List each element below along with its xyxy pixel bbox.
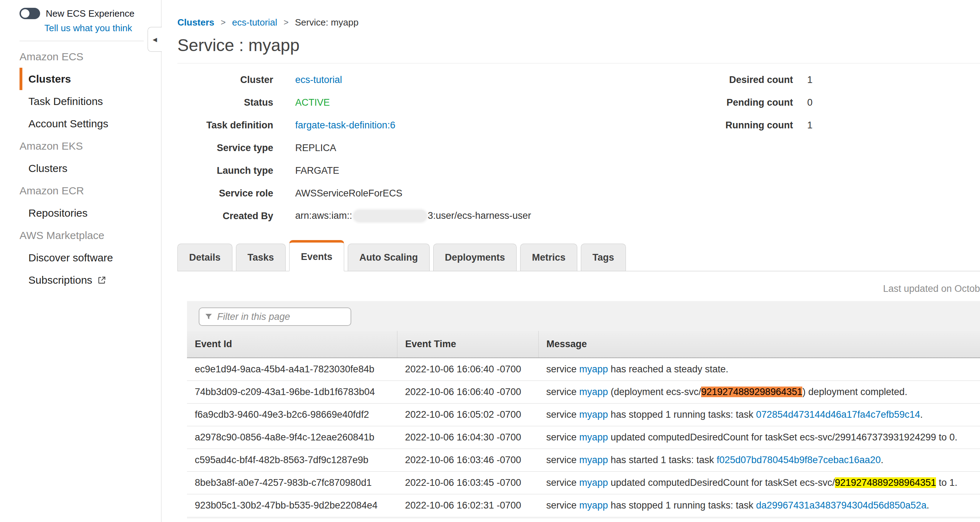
event-id-cell: f6a9cdb3-9460-49e3-b2c6-98669e40fdf2 (187, 403, 398, 426)
field-label: Launch type (177, 165, 273, 176)
new-ecs-experience-row: New ECS Experience (19, 7, 161, 20)
field-label: Task definition (177, 120, 273, 131)
message-link[interactable]: 072854d473144d46a17fa4c7efb59c14 (756, 409, 920, 420)
table-row: a2978c90-0856-4a8e-9f4c-12eae260841b2022… (187, 426, 980, 449)
tabs: DetailsTasksEventsAuto ScalingDeployment… (177, 240, 980, 271)
sidebar-item-label: Clusters (29, 73, 71, 85)
tab-metrics[interactable]: Metrics (520, 244, 577, 271)
field-value-service-role: AWSServiceRoleForECS (295, 188, 402, 199)
field-label: Status (177, 97, 273, 108)
event-id-cell: 8beb3a8f-a0e7-4257-983b-c7fc870980d1 (187, 472, 398, 494)
message-link[interactable]: myapp (579, 477, 608, 488)
count-label: Desired count (697, 75, 793, 86)
ecs-console-screen: New ECS Experience Tell us what you thin… (0, 0, 980, 522)
breadcrumb-separator: > (221, 17, 226, 28)
tab-tasks[interactable]: Tasks (236, 244, 286, 271)
event-id-cell: ec9e1d94-9aca-45b4-a4a1-7823030fe84b (187, 358, 398, 381)
field-value-task-definition[interactable]: fargate-task-definition:6 (295, 120, 395, 131)
event-time-cell: 2022-10-06 16:04:30 -0700 (398, 426, 539, 449)
sidebar-item-subscriptions[interactable]: Subscriptions (19, 269, 161, 291)
event-message-cell: service myapp has stopped 1 running task… (539, 403, 980, 426)
service-fields: Clusterecs-tutorialStatusACTIVETask defi… (177, 68, 980, 227)
sidebar-section-amazon-ecs: Amazon ECS (19, 45, 161, 68)
main-content: Clusters>ecs-tutorial>Service: myapp Ser… (162, 0, 980, 522)
message-link[interactable]: myapp (579, 500, 608, 511)
highlighted-deployment-id: 9219274889298964351 (701, 387, 802, 397)
sidebar-collapse-button[interactable]: ◀ (148, 27, 162, 52)
sidebar-section-aws-marketplace: AWS Marketplace (19, 224, 161, 246)
tab-auto-scaling[interactable]: Auto Scaling (348, 244, 430, 271)
event-message-cell: service myapp has reached a steady state… (539, 358, 980, 381)
service-summary: Clusterecs-tutorialStatusACTIVETask defi… (177, 63, 980, 227)
table-row: 8beb3a8f-a0e7-4257-983b-c7fc870980d12022… (187, 472, 980, 494)
new-ecs-experience-toggle[interactable] (19, 8, 40, 19)
count-row-pending-count: Pending count0 (697, 91, 813, 114)
count-value: 1 (807, 120, 813, 131)
sidebar-item-label: Clusters (29, 162, 67, 175)
sidebar-nav: Amazon ECSClustersTask DefinitionsAccoun… (19, 41, 161, 291)
event-time-cell: 2022-10-06 16:06:40 -0700 (398, 358, 539, 381)
sidebar-item-account-settings[interactable]: Account Settings (19, 113, 161, 135)
sidebar: New ECS Experience Tell us what you thin… (0, 0, 161, 522)
count-label: Pending count (697, 97, 793, 108)
table-row: 923b05c1-30b2-47bb-b535-9d2be22084e42022… (187, 494, 980, 517)
field-value-created-by: arn:aws:iam::3:user/ecs-harness-user (295, 210, 531, 222)
event-time-cell: 2022-10-06 16:05:02 -0700 (398, 403, 539, 426)
sidebar-item-repositories[interactable]: Repositories (19, 202, 161, 224)
event-time-cell: 2022-10-06 16:03:45 -0700 (398, 472, 539, 494)
column-header-message: Message (539, 331, 980, 358)
field-row-created-by: Created Byarn:aws:iam::3:user/ecs-harnes… (177, 205, 980, 227)
event-time-cell: 2022-10-06 16:02:31 -0700 (398, 494, 539, 517)
sidebar-section-amazon-ecr: Amazon ECR (19, 179, 161, 202)
new-ecs-experience-label: New ECS Experience (46, 8, 134, 19)
sidebar-item-label: Subscriptions (29, 274, 92, 286)
sidebar-item-clusters[interactable]: Clusters (19, 157, 161, 179)
field-value-service-type: REPLICA (295, 143, 336, 154)
filter-funnel-icon (204, 313, 213, 321)
feedback-link[interactable]: Tell us what you think (45, 23, 161, 34)
events-panel: Event IdEvent TimeMessage ec9e1d94-9aca-… (187, 301, 980, 519)
event-id-cell: c595ad4c-bf4f-482b-8563-7df9c1287e9b (187, 449, 398, 472)
event-id-cell: 74bb3d09-c209-43a1-96be-1db1f6783b04 (187, 381, 398, 403)
message-link[interactable]: myapp (579, 364, 608, 374)
event-message-cell: service myapp updated computedDesiredCou… (539, 426, 980, 449)
sidebar-section-amazon-eks: Amazon EKS (19, 135, 161, 157)
field-row-cluster: Clusterecs-tutorial (177, 68, 980, 91)
tab-tags[interactable]: Tags (581, 244, 626, 271)
table-row: f6a9cdb3-9460-49e3-b2c6-98669e40fdf22022… (187, 403, 980, 426)
sidebar-item-clusters[interactable]: Clusters (19, 68, 161, 90)
event-time-cell: 2022-10-06 16:06:40 -0700 (398, 381, 539, 403)
field-row-task-definition: Task definitionfargate-task-definition:6 (177, 114, 980, 136)
tab-deployments[interactable]: Deployments (433, 244, 517, 271)
column-header-event-time: Event Time (398, 331, 539, 358)
tab-details[interactable]: Details (177, 244, 232, 271)
sidebar-item-label: Account Settings (29, 118, 108, 130)
event-time-cell: 2022-10-06 16:03:46 -0700 (398, 449, 539, 472)
filter-box (199, 308, 351, 326)
field-label: Created By (177, 211, 273, 222)
event-message-cell: service myapp updated computedDesiredCou… (539, 472, 980, 494)
collapse-arrow-icon: ◀ (153, 36, 157, 43)
tab-events[interactable]: Events (289, 240, 344, 271)
field-label: Service role (177, 188, 273, 199)
sidebar-item-discover-software[interactable]: Discover software (19, 246, 161, 269)
message-link[interactable]: myapp (579, 409, 608, 420)
field-row-status: StatusACTIVE (177, 91, 980, 114)
breadcrumb-link-clusters[interactable]: Clusters (177, 17, 214, 28)
message-link[interactable]: da29967431a3483794304d56d850a52a (756, 500, 927, 511)
event-message-cell: service myapp has started 1 tasks: task … (539, 449, 980, 472)
count-row-running-count: Running count1 (697, 114, 813, 136)
filter-input[interactable] (216, 311, 345, 323)
message-link[interactable]: myapp (579, 455, 608, 465)
field-value-cluster[interactable]: ecs-tutorial (295, 75, 342, 86)
message-link[interactable]: myapp (579, 387, 608, 397)
count-value: 0 (807, 97, 813, 108)
last-updated-text: Last updated on Octob (883, 283, 980, 294)
message-link[interactable]: myapp (579, 432, 608, 443)
sidebar-item-task-definitions[interactable]: Task Definitions (19, 90, 161, 113)
field-label: Service type (177, 143, 273, 154)
message-link[interactable]: f025d07bd780454b9f8e7cebac16aa20 (717, 455, 881, 465)
events-table: Event IdEvent TimeMessage ec9e1d94-9aca-… (187, 331, 980, 517)
breadcrumb-link-ecs-tutorial[interactable]: ecs-tutorial (232, 17, 277, 28)
count-value: 1 (807, 75, 813, 86)
